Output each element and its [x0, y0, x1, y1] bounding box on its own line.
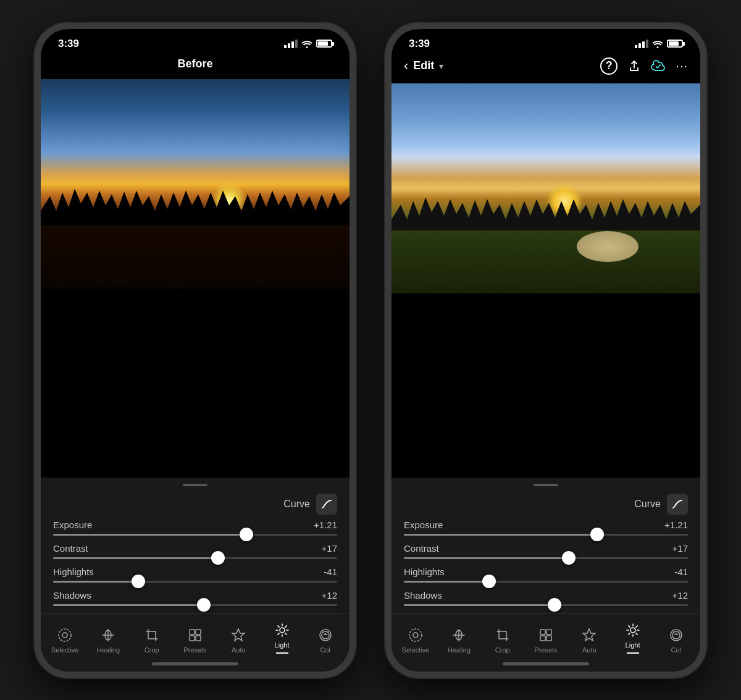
bottom-panel-right: Curve Exposure +1.21	[391, 478, 700, 672]
slider-shadows-track-left[interactable]	[53, 604, 337, 606]
header-right: ‹ Edit ▾ ?	[391, 55, 700, 81]
svg-marker-26	[583, 629, 595, 641]
curve-row-left: Curve	[41, 491, 350, 520]
tool-crop-label-right: Crop	[495, 646, 510, 654]
tool-selective-right[interactable]: Selective	[400, 626, 432, 654]
svg-point-1	[62, 633, 67, 638]
photo-after	[391, 83, 700, 293]
tool-selective-label-right: Selective	[402, 646, 430, 654]
slider-contrast-name-right: Contrast	[404, 543, 439, 554]
tool-crop-right[interactable]: Crop	[487, 626, 519, 654]
curve-row-right: Curve	[391, 491, 700, 520]
wifi-icon-right	[652, 40, 663, 48]
slider-shadows-name-right: Shadows	[404, 590, 442, 601]
tool-presets-label-left: Presets	[183, 646, 206, 654]
slider-highlights-name-left: Highlights	[53, 567, 94, 577]
toolbar-right: Selective Healing	[391, 614, 700, 659]
ground-right	[391, 230, 700, 293]
tool-healing-right[interactable]: Healing	[443, 626, 475, 654]
page-container: 3:39	[0, 11, 741, 690]
svg-line-13	[277, 625, 278, 626]
svg-rect-25	[546, 636, 551, 641]
slider-exposure-value-right: +1.21	[664, 520, 688, 530]
slider-exposure-track-left[interactable]	[53, 534, 337, 536]
tool-crop-label-left: Crop	[144, 646, 159, 654]
tool-auto-right[interactable]: Auto	[573, 626, 605, 654]
svg-point-20	[413, 633, 418, 638]
bunker-right	[577, 231, 638, 262]
slider-highlights-right: Highlights -41	[404, 567, 688, 583]
photo-area-left	[41, 77, 350, 478]
tool-healing-label-right: Healing	[448, 646, 471, 654]
slider-highlights-track-left[interactable]	[53, 581, 337, 583]
share-button[interactable]	[627, 59, 641, 73]
phone-inner-right: 3:39	[391, 29, 700, 672]
curve-button-left[interactable]	[316, 494, 337, 515]
svg-rect-6	[196, 636, 201, 641]
svg-point-8	[280, 628, 285, 633]
dropdown-arrow[interactable]: ▾	[439, 61, 443, 71]
edit-header: ‹ Edit ▾ ?	[404, 57, 688, 75]
header-left: Before	[41, 55, 350, 77]
slider-shadows-track-right[interactable]	[404, 604, 688, 606]
tool-presets-right[interactable]: Presets	[530, 626, 562, 654]
help-button[interactable]: ?	[600, 57, 618, 75]
tool-auto-left[interactable]: Auto	[222, 626, 254, 654]
tool-selective-left[interactable]: Selective	[49, 626, 81, 654]
slider-exposure-track-right[interactable]	[404, 534, 688, 536]
svg-line-16	[277, 633, 278, 634]
notch-right	[506, 29, 586, 50]
tool-light-label-left: Light	[275, 641, 290, 649]
tool-crop-left[interactable]: Crop	[136, 626, 168, 654]
tool-presets-label-right: Presets	[534, 646, 557, 654]
selective-icon-left	[56, 626, 73, 644]
tool-col-left[interactable]: Col	[309, 626, 341, 654]
healing-icon-left	[99, 626, 117, 644]
tool-selective-label-left: Selective	[51, 646, 79, 654]
crop-icon-right	[494, 626, 511, 644]
sliders-right: Exposure +1.21 Contrast	[391, 520, 700, 606]
cloud-button[interactable]	[651, 60, 666, 72]
header-title-left: Before	[177, 57, 212, 70]
svg-rect-4	[196, 630, 201, 635]
light-icon-left	[274, 622, 291, 639]
phone-right: 3:39	[385, 23, 706, 678]
curve-button-right[interactable]	[667, 494, 688, 515]
slider-highlights-value-left: -41	[324, 567, 337, 577]
healing-icon-right	[450, 626, 467, 644]
tool-presets-left[interactable]: Presets	[179, 626, 211, 654]
tool-light-left[interactable]: Light	[266, 622, 298, 654]
slider-highlights-value-right: -41	[674, 567, 688, 577]
svg-line-35	[628, 633, 629, 634]
back-button[interactable]: ‹	[404, 58, 408, 74]
slider-shadows-right: Shadows +12	[404, 590, 688, 606]
tool-light-right[interactable]: Light	[617, 622, 649, 654]
presets-icon-left	[186, 626, 204, 644]
slider-contrast-track-right[interactable]	[404, 557, 688, 559]
slider-highlights-track-right[interactable]	[404, 581, 688, 583]
tool-light-active-indicator-right	[627, 652, 639, 654]
status-icons-left	[284, 40, 332, 48]
light-icon-right	[624, 622, 642, 639]
slider-contrast-value-right: +17	[672, 543, 688, 554]
svg-line-33	[635, 633, 637, 634]
home-indicator-right	[391, 659, 700, 672]
auto-icon-left	[230, 626, 247, 644]
svg-point-27	[630, 628, 635, 633]
drag-handle-right	[391, 478, 700, 491]
photo-area-right	[391, 81, 700, 478]
curve-label-right: Curve	[634, 499, 661, 510]
edit-title: Edit	[413, 59, 434, 72]
tool-auto-label-left: Auto	[232, 646, 246, 654]
svg-point-19	[409, 629, 422, 641]
auto-icon-right	[580, 626, 598, 644]
svg-marker-7	[232, 629, 245, 641]
tool-healing-left[interactable]: Healing	[92, 626, 124, 654]
slider-shadows-value-left: +12	[322, 590, 337, 601]
phone-left: 3:39	[35, 23, 356, 678]
crop-icon-left	[143, 626, 161, 644]
slider-contrast-track-left[interactable]	[53, 557, 337, 559]
tool-col-right[interactable]: Col	[660, 626, 692, 654]
home-indicator-left	[41, 659, 350, 672]
more-button[interactable]: ···	[676, 59, 688, 73]
